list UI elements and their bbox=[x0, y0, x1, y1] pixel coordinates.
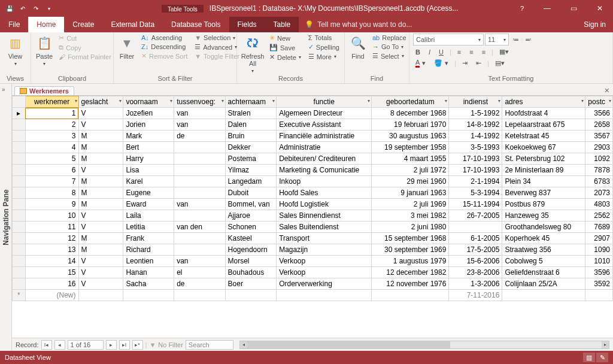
record-position-box[interactable]: 1 of 16 bbox=[68, 340, 104, 350]
cell[interactable]: M bbox=[78, 233, 123, 244]
help-button[interactable]: ? bbox=[510, 5, 534, 12]
font-color-button[interactable]: A▾ bbox=[413, 58, 428, 68]
underline-button[interactable]: U bbox=[436, 48, 446, 56]
cell[interactable]: 4 maart 1955 bbox=[372, 153, 449, 165]
row-selector[interactable] bbox=[13, 278, 26, 290]
scroll-left-icon[interactable]: ◂ bbox=[240, 341, 247, 348]
bold-button[interactable]: B bbox=[413, 48, 423, 56]
cell[interactable]: (New) bbox=[25, 290, 78, 301]
cell[interactable]: M bbox=[78, 244, 123, 256]
cell[interactable]: M bbox=[78, 199, 123, 210]
remove-sort-button[interactable]: ⨯Remove Sort bbox=[139, 51, 190, 60]
row-selector-header[interactable] bbox=[13, 96, 26, 108]
save-record-button[interactable]: 💾Save bbox=[267, 43, 304, 52]
cell[interactable]: Financiële administratie bbox=[277, 131, 372, 142]
cell[interactable]: 15 bbox=[25, 267, 78, 278]
doc-tab-werknemers[interactable]: Werknemers bbox=[14, 86, 74, 95]
cell[interactable]: M bbox=[78, 153, 123, 165]
cell[interactable]: 2907 bbox=[585, 233, 613, 244]
cell[interactable] bbox=[372, 290, 449, 301]
table-row[interactable]: 9MEwardvanBommel, vanHoofd Logistiek2 ju… bbox=[13, 199, 613, 210]
cell[interactable]: Executive Assistant bbox=[277, 119, 372, 131]
align-left-icon[interactable]: ≡ bbox=[455, 48, 463, 56]
cell[interactable]: 3592 bbox=[585, 278, 613, 290]
cell[interactable]: V bbox=[78, 119, 123, 131]
last-record-button[interactable]: ▸I bbox=[119, 340, 130, 350]
chevron-right-icon[interactable]: » bbox=[2, 86, 5, 93]
next-record-button[interactable]: ▸ bbox=[106, 340, 117, 350]
cell[interactable]: 8 bbox=[25, 187, 78, 199]
undo-icon[interactable]: ↶ bbox=[18, 4, 28, 13]
cell[interactable]: 1 bbox=[25, 108, 78, 119]
cell[interactable] bbox=[277, 290, 372, 301]
table-row[interactable]: 3MMarkdeBruinFinanciële administratie30 … bbox=[13, 131, 613, 142]
dropdown-icon[interactable]: ▾ bbox=[170, 98, 172, 104]
tab-table[interactable]: Table bbox=[265, 17, 299, 32]
navigation-pane[interactable]: » Navigation Pane bbox=[0, 84, 12, 351]
cell[interactable]: 23-8-2006 bbox=[449, 267, 502, 278]
cell[interactable]: Administratie bbox=[277, 142, 372, 153]
cell[interactable]: 3-5-1993 bbox=[449, 142, 502, 153]
cell[interactable]: Postbus 879 bbox=[502, 199, 585, 210]
record-search-box[interactable]: Search bbox=[186, 340, 233, 350]
cell[interactable]: 12 december 1982 bbox=[372, 267, 449, 278]
table-row[interactable]: 16VSachadeBoerOrderverwerking12 november… bbox=[13, 278, 613, 290]
cell[interactable]: M bbox=[78, 131, 123, 142]
table-row[interactable]: 7MKarelLangedamInkoop29 mei 19602-1-1994… bbox=[13, 176, 613, 187]
tab-database-tools[interactable]: Database Tools bbox=[163, 17, 229, 32]
cell[interactable]: 1-4-1992 bbox=[449, 131, 502, 142]
tab-home[interactable]: Home bbox=[28, 17, 64, 32]
table-row[interactable]: 10VLailaAjjaroeSales Binnendienst3 mei 1… bbox=[13, 210, 613, 222]
toggle-filter-button[interactable]: ▼Toggle Filter bbox=[192, 52, 242, 60]
more-button[interactable]: ☰More▾ bbox=[306, 52, 342, 61]
dropdown-icon[interactable]: ▾ bbox=[221, 98, 224, 104]
cell[interactable] bbox=[174, 142, 225, 153]
dropdown-icon[interactable]: ▾ bbox=[75, 98, 77, 104]
find-button[interactable]: 🔍Find bbox=[348, 34, 368, 75]
column-header[interactable]: werknemer▾ bbox=[25, 96, 78, 108]
cell[interactable]: 2 juni 1980 bbox=[372, 222, 449, 233]
cell[interactable]: M bbox=[78, 176, 123, 187]
row-selector[interactable] bbox=[13, 187, 26, 199]
cell[interactable]: 7-11-2016 bbox=[449, 290, 502, 301]
cell[interactable]: 4 bbox=[25, 142, 78, 153]
cell[interactable]: Bommel, van bbox=[225, 199, 277, 210]
column-header[interactable]: tussenvoeg:▾ bbox=[174, 96, 225, 108]
row-selector[interactable] bbox=[13, 233, 26, 244]
cell[interactable]: Debiteuren/ Crediteuren bbox=[277, 153, 372, 165]
table-row[interactable]: 8MEugeneDuboitHoofd Sales9 januari 19635… bbox=[13, 187, 613, 199]
horizontal-scrollbar[interactable]: ◂ ▸ bbox=[239, 341, 609, 349]
cell[interactable]: Sacha bbox=[123, 278, 174, 290]
cell[interactable]: Sales Binnendienst bbox=[277, 210, 372, 222]
cell[interactable]: Boer bbox=[225, 278, 277, 290]
row-selector[interactable] bbox=[13, 165, 26, 176]
numbering-icon[interactable]: ≕ bbox=[523, 34, 534, 46]
table-row[interactable]: 5MHarryPostemaDebiteuren/ Crediteuren4 m… bbox=[13, 153, 613, 165]
new-row[interactable]: *(New)7-11-2016 bbox=[13, 290, 613, 301]
cell[interactable]: Eward bbox=[123, 199, 174, 210]
dropdown-icon[interactable]: ▾ bbox=[498, 98, 500, 104]
cell[interactable]: 14-8-1992 bbox=[449, 119, 502, 131]
cell[interactable]: 9 januari 1963 bbox=[372, 187, 449, 199]
row-selector[interactable]: ▸ bbox=[13, 108, 26, 119]
cell[interactable]: 11 bbox=[25, 222, 78, 233]
cell[interactable]: 2903 bbox=[585, 142, 613, 153]
cell[interactable]: St. Petersbrug 102 bbox=[502, 153, 585, 165]
cell[interactable]: V bbox=[78, 278, 123, 290]
first-record-button[interactable]: I◂ bbox=[41, 340, 52, 350]
cell[interactable]: 5 bbox=[25, 153, 78, 165]
cell[interactable]: Postema bbox=[225, 153, 277, 165]
cell[interactable]: 15-6-2006 bbox=[449, 256, 502, 267]
cell[interactable]: 14 bbox=[25, 256, 78, 267]
align-right-icon[interactable]: ≡ bbox=[480, 48, 488, 56]
table-row[interactable]: 14VLeontienvanMorselVerkoop1 augustus 19… bbox=[13, 256, 613, 267]
cell[interactable]: Verkoop bbox=[277, 256, 372, 267]
cell[interactable]: Eugene bbox=[123, 187, 174, 199]
cell[interactable]: Karel bbox=[123, 176, 174, 187]
dropdown-icon[interactable]: ▾ bbox=[368, 98, 370, 104]
cell[interactable]: Bert bbox=[123, 142, 174, 153]
cell[interactable] bbox=[174, 244, 225, 256]
new-row-selector[interactable]: * bbox=[13, 290, 26, 301]
cell[interactable]: Hanzeweg 35 bbox=[502, 210, 585, 222]
save-icon[interactable]: 💾 bbox=[5, 4, 14, 13]
